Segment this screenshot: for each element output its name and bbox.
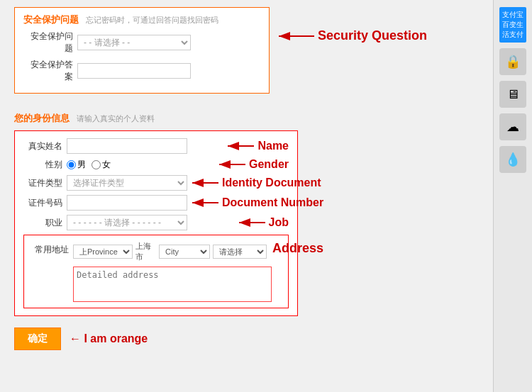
- detailed-address-input[interactable]: [73, 267, 272, 302]
- security-section-title: 安全保护问题 忘记密码时，可通过回答问题找回密码: [23, 13, 260, 26]
- security-section: 安全保护问题 忘记密码时，可通过回答问题找回密码 安全保护问题 - - 请选择 …: [14, 7, 270, 94]
- security-arrow: [275, 29, 318, 43]
- district-select[interactable]: 请选择 District: [213, 245, 267, 259]
- security-section-hint: 忘记密码时，可通过回答问题找回密码: [86, 16, 218, 24]
- security-question-row: 安全保护问题 - - 请选择 - -: [23, 30, 260, 55]
- city-prefix-label: 上海市: [135, 241, 156, 262]
- gender-label: 性别: [23, 159, 62, 171]
- gender-female-option[interactable]: 女: [92, 159, 111, 171]
- submit-section: 确定 ← I am orange: [14, 327, 507, 350]
- job-select[interactable]: - - - - - - 请选择 - - - - - -: [67, 215, 187, 230]
- gender-row: 性别 男 女: [23, 159, 214, 171]
- gender-male-option[interactable]: 男: [67, 159, 86, 171]
- job-annotation: Job: [269, 216, 289, 229]
- gender-female-label: 女: [102, 159, 111, 171]
- province-select[interactable]: 上Province: [73, 245, 133, 259]
- security-question-label: 安全保护问题: [23, 30, 73, 55]
- cloud-icon: ☁: [499, 113, 526, 140]
- job-arrow: [237, 217, 269, 228]
- detailed-address-container: [73, 267, 282, 302]
- id-type-label: 证件类型: [23, 177, 62, 189]
- id-number-row: 证件号码: [23, 195, 187, 211]
- gender-radio-group: 男 女: [67, 159, 111, 171]
- main-container: 安全保护问题 忘记密码时，可通过回答问题找回密码 安全保护问题 - - 请选择 …: [0, 0, 532, 392]
- id-number-input[interactable]: [67, 195, 187, 211]
- name-label: 真实姓名: [23, 140, 62, 152]
- identity-section: 您的身份信息 请输入真实的个人资料 真实姓名: [14, 112, 507, 316]
- address-dropdowns: 上Province 上海市 City 请选择 District: [73, 241, 267, 262]
- identity-form: 真实姓名 Name: [14, 130, 298, 316]
- submit-annotation: ← I am orange: [70, 332, 148, 345]
- security-answer-label: 安全保护答案: [23, 59, 73, 83]
- gender-arrow: [217, 159, 249, 170]
- id-type-arrow: [190, 177, 222, 189]
- monitor-icon: 🖥: [499, 81, 526, 108]
- name-arrow: [226, 140, 257, 152]
- gender-male-label: 男: [77, 159, 86, 171]
- address-annotation: Address: [272, 241, 323, 256]
- id-number-label: 证件号码: [23, 197, 62, 209]
- gender-female-radio[interactable]: [92, 160, 101, 169]
- security-answer-input[interactable]: [77, 63, 191, 79]
- drop-icon: 💧: [499, 146, 526, 173]
- gender-annotation: Gender: [249, 158, 289, 171]
- id-number-annotation: Document Number: [222, 196, 323, 209]
- city-select[interactable]: City: [159, 245, 210, 259]
- submit-button[interactable]: 确定: [14, 327, 61, 350]
- security-answer-row: 安全保护答案: [23, 59, 260, 83]
- id-type-select[interactable]: 选择证件类型: [67, 175, 187, 191]
- gender-male-radio[interactable]: [67, 160, 76, 169]
- name-annotation: Name: [257, 140, 289, 152]
- zhifubao-logo: 支付宝百变生活支付: [499, 7, 526, 43]
- security-question-select[interactable]: - - 请选择 - -: [77, 35, 191, 50]
- content-area: 安全保护问题 忘记密码时，可通过回答问题找回密码 安全保护问题 - - 请选择 …: [14, 7, 507, 350]
- lock-icon: 🔒: [499, 48, 526, 75]
- name-input[interactable]: [67, 138, 187, 154]
- address-dropdowns-row: 常用地址 上Province 上海市 City 请选择 Distri: [30, 241, 282, 262]
- security-annotation: Security Question: [318, 28, 427, 43]
- side-panel: 支付宝百变生活支付 🔒 🖥 ☁ 💧: [493, 0, 532, 392]
- identity-title: 您的身份信息 请输入真实的个人资料: [14, 112, 507, 125]
- name-row: 真实姓名: [23, 138, 223, 154]
- id-type-annotation: Identity Document: [222, 177, 321, 189]
- job-row: 职业 - - - - - - 请选择 - - - - - -: [23, 215, 234, 230]
- id-type-row: 证件类型 选择证件类型: [23, 175, 187, 191]
- address-label: 常用地址: [30, 241, 69, 256]
- id-number-arrow: [190, 197, 222, 208]
- address-section: 常用地址 上Province 上海市 City 请选择 Distri: [23, 235, 289, 308]
- job-label: 职业: [23, 217, 62, 229]
- identity-hint: 请输入真实的个人资料: [77, 114, 155, 123]
